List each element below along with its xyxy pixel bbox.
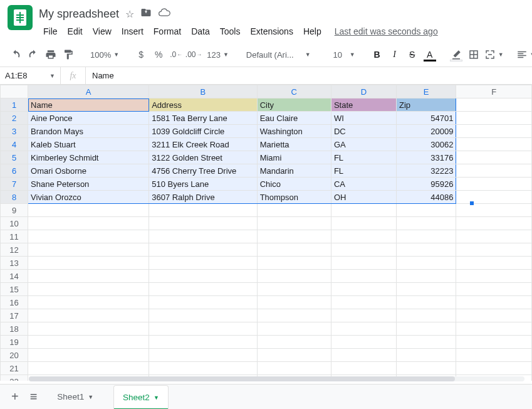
cell[interactable] bbox=[456, 217, 532, 230]
cell[interactable] bbox=[149, 230, 257, 243]
cell[interactable] bbox=[331, 243, 396, 257]
cell[interactable] bbox=[149, 243, 257, 257]
cell[interactable]: Marietta bbox=[257, 138, 331, 151]
cell[interactable] bbox=[456, 98, 532, 112]
cell[interactable] bbox=[396, 283, 456, 296]
cell[interactable] bbox=[257, 283, 331, 296]
paint-format-button[interactable] bbox=[60, 46, 76, 63]
cell[interactable]: FL bbox=[331, 164, 396, 178]
cell[interactable] bbox=[331, 217, 396, 230]
col-header-E[interactable]: E bbox=[396, 85, 456, 98]
cell[interactable]: Miami bbox=[257, 151, 331, 164]
cell[interactable] bbox=[396, 362, 456, 375]
cell[interactable]: Brandon Mays bbox=[28, 125, 149, 138]
cell[interactable] bbox=[257, 270, 331, 283]
cell[interactable]: Chico bbox=[257, 178, 331, 191]
zoom-dropdown[interactable]: 100%▼ bbox=[86, 46, 123, 63]
redo-button[interactable] bbox=[25, 46, 41, 63]
cell[interactable]: Vivian Orozco bbox=[28, 191, 149, 204]
cell[interactable] bbox=[257, 217, 331, 230]
more-formats-dropdown[interactable]: 123▼ bbox=[203, 46, 232, 63]
cell[interactable] bbox=[257, 257, 331, 270]
cell[interactable] bbox=[456, 296, 532, 309]
cell[interactable] bbox=[396, 257, 456, 270]
cell[interactable] bbox=[396, 217, 456, 230]
cell[interactable] bbox=[28, 217, 149, 230]
row-header[interactable]: 18 bbox=[1, 322, 28, 336]
cell[interactable]: Shane Peterson bbox=[28, 178, 149, 191]
cell[interactable] bbox=[149, 283, 257, 296]
cell[interactable] bbox=[149, 309, 257, 322]
cell[interactable] bbox=[331, 322, 396, 336]
cell[interactable] bbox=[456, 112, 532, 125]
cell[interactable] bbox=[396, 270, 456, 283]
cell[interactable]: Kaleb Stuart bbox=[28, 138, 149, 151]
cell[interactable]: 3122 Golden Street bbox=[149, 151, 257, 164]
row-header[interactable]: 11 bbox=[1, 230, 28, 243]
cell[interactable] bbox=[149, 349, 257, 362]
cell[interactable]: Omari Osborne bbox=[28, 164, 149, 178]
cell[interactable]: State bbox=[331, 98, 396, 112]
cell[interactable]: 32223 bbox=[396, 164, 456, 178]
add-sheet-button[interactable]: + bbox=[11, 390, 19, 404]
cell[interactable]: Thompson bbox=[257, 191, 331, 204]
cell[interactable]: Aine Ponce bbox=[28, 112, 149, 125]
cell[interactable] bbox=[28, 283, 149, 296]
cell[interactable]: DC bbox=[331, 125, 396, 138]
cell[interactable]: 54701 bbox=[396, 112, 456, 125]
cell[interactable] bbox=[257, 336, 331, 349]
row-header[interactable]: 5 bbox=[1, 151, 28, 164]
col-header-B[interactable]: B bbox=[149, 85, 257, 98]
cell[interactable] bbox=[28, 296, 149, 309]
row-header[interactable]: 17 bbox=[1, 309, 28, 322]
text-color-button[interactable]: A bbox=[422, 46, 438, 63]
align-button[interactable]: ▼ bbox=[515, 46, 532, 63]
col-header-D[interactable]: D bbox=[331, 85, 396, 98]
formula-bar[interactable]: Name bbox=[86, 71, 532, 80]
cell[interactable] bbox=[331, 349, 396, 362]
cell[interactable] bbox=[456, 138, 532, 151]
cell[interactable] bbox=[257, 296, 331, 309]
menu-edit[interactable]: Edit bbox=[63, 24, 87, 39]
cell[interactable] bbox=[257, 349, 331, 362]
cell[interactable] bbox=[331, 362, 396, 375]
all-sheets-button[interactable]: ≡ bbox=[30, 390, 38, 404]
cell[interactable] bbox=[456, 362, 532, 375]
row-header[interactable]: 3 bbox=[1, 125, 28, 138]
cell[interactable]: 20009 bbox=[396, 125, 456, 138]
cell[interactable]: Washington bbox=[257, 125, 331, 138]
row-header[interactable]: 7 bbox=[1, 178, 28, 191]
cell[interactable]: Mandarin bbox=[257, 164, 331, 178]
fill-color-button[interactable] bbox=[448, 46, 464, 63]
cell[interactable] bbox=[456, 243, 532, 257]
cell[interactable] bbox=[396, 296, 456, 309]
row-header[interactable]: 14 bbox=[1, 270, 28, 283]
star-icon[interactable]: ☆ bbox=[125, 8, 134, 20]
cell[interactable] bbox=[396, 230, 456, 243]
col-header-C[interactable]: C bbox=[257, 85, 331, 98]
cell[interactable]: 44086 bbox=[396, 191, 456, 204]
sheet-tab-sheet1[interactable]: Sheet1▼ bbox=[48, 385, 102, 409]
cell[interactable]: Name bbox=[28, 98, 149, 112]
col-header-A[interactable]: A bbox=[28, 85, 149, 98]
sheet-tab-sheet2[interactable]: Sheet2▼ bbox=[113, 385, 169, 410]
row-header[interactable]: 1 bbox=[1, 98, 28, 112]
cell[interactable] bbox=[149, 362, 257, 375]
menu-extensions[interactable]: Extensions bbox=[246, 24, 297, 39]
menu-help[interactable]: Help bbox=[299, 24, 326, 39]
font-dropdown[interactable]: Default (Ari...▼ bbox=[243, 46, 315, 63]
cell[interactable] bbox=[149, 296, 257, 309]
cell[interactable] bbox=[257, 230, 331, 243]
cell[interactable]: 3211 Elk Creek Road bbox=[149, 138, 257, 151]
cell[interactable] bbox=[149, 257, 257, 270]
cell[interactable]: 3607 Ralph Drive bbox=[149, 191, 257, 204]
cell[interactable] bbox=[396, 309, 456, 322]
cell[interactable] bbox=[149, 270, 257, 283]
cell[interactable] bbox=[456, 151, 532, 164]
cell[interactable] bbox=[28, 230, 149, 243]
cell[interactable]: CA bbox=[331, 178, 396, 191]
cell[interactable] bbox=[331, 296, 396, 309]
cell[interactable] bbox=[28, 204, 149, 217]
menu-file[interactable]: File bbox=[39, 24, 62, 39]
row-header[interactable]: 4 bbox=[1, 138, 28, 151]
